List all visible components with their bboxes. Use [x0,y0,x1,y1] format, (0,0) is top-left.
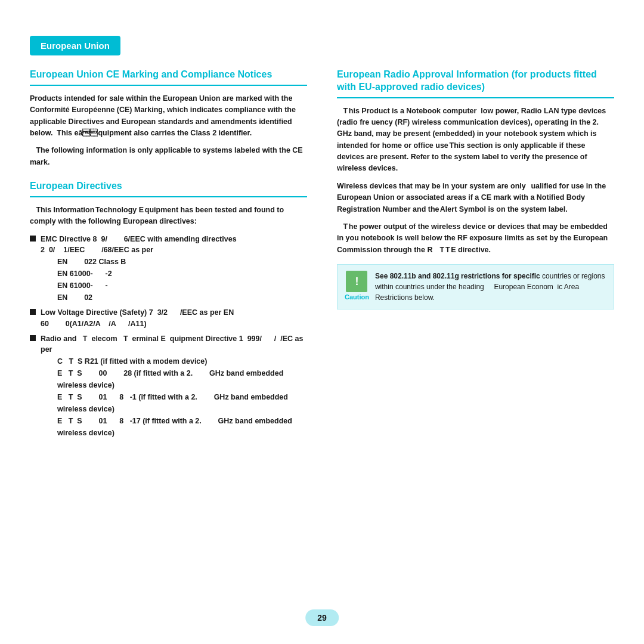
radio-body1: T his Product is a Notebook computer low… [337,106,614,175]
radio-approval-section: European Radio Approval Information (for… [337,69,614,309]
caution-box: ! Caution See 802.11b and 802.11g restri… [337,264,614,309]
emc-sub-4: EN 02 [57,292,307,304]
emc-sub-3: EN 61000- - [57,280,307,292]
directive-radio-text: Radio and T elecom T erminal E quipment … [41,335,303,354]
emc-sub-list: EN 022 Class B EN 61000- -2 EN 61000- - … [41,256,307,304]
radio-divider [337,97,614,98]
ce-body1: Products intended for sale within the Eu… [30,93,307,140]
directives-section: European Directives This Information Tec… [30,180,307,439]
directive-emc: EMC Directive 8 9/ 6/EEC with amending d… [30,234,307,304]
page-number: 29 [305,609,339,626]
radio-sub-1: C T S R21 (if fitted with a modem device… [57,355,307,367]
caution-icon-wrap: ! Caution [345,271,369,301]
emc-sub-2: EN 61000- -2 [57,268,307,280]
directives-divider [30,196,307,197]
directives-intro: This Information Technology E quipment h… [30,205,307,228]
directive-lv: Low Voltage Directive (Safety) 7 3/2 /EE… [30,307,307,330]
caution-label: Caution [345,293,369,301]
eu-badge: European Union [30,36,120,55]
ce-body2: The following information is only applic… [30,145,307,168]
caution-text-bold: See 802.11b and 802.11g restrictions for… [375,272,540,280]
radio-sub-list: C T S R21 (if fitted with a modem device… [41,355,307,439]
directive-radio: Radio and T elecom T erminal E quipment … [30,333,307,439]
directives-heading: European Directives [30,180,307,193]
directive-radio-content: Radio and T elecom T erminal E quipment … [41,333,307,439]
directives-list: EMC Directive 8 9/ 6/EEC with amending d… [30,234,307,439]
radio-body2: Wireless devices that may be in your sys… [337,181,614,215]
bullet-icon [30,236,36,242]
bullet-icon-lv [30,309,36,315]
ce-divider [30,85,307,86]
caution-icon: ! [346,271,367,292]
left-column: European Union CE Marking and Compliance… [30,69,313,442]
directive-emc-text: EMC Directive 8 9/ 6/EEC with amending d… [41,235,237,255]
directive-lv-text: Low Voltage Directive (Safety) 7 3/2 /EE… [41,307,307,330]
ce-marking-heading: European Union CE Marking and Compliance… [30,69,307,81]
caution-text-content: See 802.11b and 802.11g restrictions for… [375,271,606,303]
ce-marking-section: European Union CE Marking and Compliance… [30,69,307,168]
radio-body3: T he power output of the wireless device… [337,221,614,256]
right-column: European Radio Approval Information (for… [331,69,614,442]
bullet-icon-radio [30,335,36,341]
emc-sub-1: EN 022 Class B [57,256,307,268]
directive-emc-content: EMC Directive 8 9/ 6/EEC with amending d… [41,234,307,304]
radio-sub-4: E T S 01 8 -17 (if fitted with a 2. GHz … [57,415,307,439]
two-col-layout: European Union CE Marking and Compliance… [30,69,614,442]
caution-exclamation: ! [355,275,358,288]
page: European Union European Union CE Marking… [0,0,644,644]
radio-sub-3: E T S 01 8 -1 (if fitted with a 2. GHz b… [57,391,307,415]
radio-sub-2: E T S 00 28 (if fitted with a 2. GHz ban… [57,367,307,391]
radio-approval-heading: European Radio Approval Information (for… [337,69,614,94]
